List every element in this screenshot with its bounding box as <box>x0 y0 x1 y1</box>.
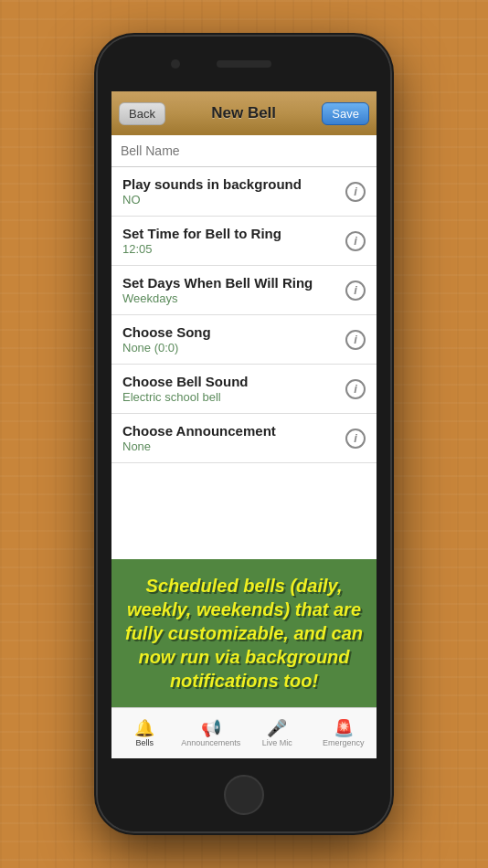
set-days-value: Weekdays <box>122 291 313 305</box>
choose-announcement-title: Choose Announcement <box>122 423 276 439</box>
set-days-content: Set Days When Bell Will Ring Weekdays <box>122 275 313 305</box>
choose-song-content: Choose Song None (0:0) <box>122 324 211 355</box>
play-sounds-item[interactable]: Play sounds in background NO i <box>111 167 377 217</box>
back-button[interactable]: Back <box>119 102 165 125</box>
emergency-tab-icon: 🚨 <box>334 720 354 736</box>
choose-bell-sound-content: Choose Bell Sound Electric school bell <box>122 374 249 404</box>
live-mic-tab-label: Live Mic <box>262 738 292 747</box>
bell-tab-label: Bells <box>135 738 154 747</box>
tab-emergency[interactable]: 🚨 Emergency <box>311 708 377 758</box>
choose-song-item[interactable]: Choose Song None (0:0) i <box>111 315 377 365</box>
promo-banner: Scheduled bells (daily, weekly, weekends… <box>111 559 377 707</box>
play-sounds-content: Play sounds in background NO <box>122 176 302 206</box>
phone-top <box>98 37 390 91</box>
bell-tab-icon: 🔔 <box>134 720 154 736</box>
save-button[interactable]: Save <box>322 102 369 125</box>
emergency-tab-label: Emergency <box>323 738 365 747</box>
bell-name-input[interactable] <box>121 143 367 158</box>
set-days-info-icon[interactable]: i <box>345 281 366 301</box>
set-time-title: Set Time for Bell to Ring <box>122 226 281 241</box>
choose-announcement-content: Choose Announcement None <box>122 423 276 453</box>
choose-bell-sound-info-icon[interactable]: i <box>345 379 366 399</box>
choose-announcement-value: None <box>122 439 276 453</box>
set-days-item[interactable]: Set Days When Bell Will Ring Weekdays i <box>111 266 377 315</box>
choose-bell-sound-value: Electric school bell <box>122 390 249 404</box>
tab-announcements[interactable]: 📢 Announcements <box>178 708 245 758</box>
speaker <box>217 60 271 68</box>
set-days-title: Set Days When Bell Will Ring <box>122 275 313 291</box>
choose-bell-sound-title: Choose Bell Sound <box>122 374 249 389</box>
tab-bells[interactable]: 🔔 Bells <box>111 708 178 758</box>
set-time-item[interactable]: Set Time for Bell to Ring 12:05 i <box>111 217 377 266</box>
nav-bar: Back New Bell Save <box>111 91 377 135</box>
phone-bottom <box>98 758 390 831</box>
choose-announcement-info-icon[interactable]: i <box>345 429 366 449</box>
settings-list: Play sounds in background NO i Set Time … <box>111 167 377 559</box>
announcements-tab-label: Announcements <box>181 738 240 747</box>
camera <box>171 59 180 69</box>
set-time-value: 12:05 <box>122 242 281 256</box>
live-mic-tab-icon: 🎤 <box>267 720 287 736</box>
set-time-content: Set Time for Bell to Ring 12:05 <box>122 226 281 256</box>
tab-live-mic[interactable]: 🎤 Live Mic <box>244 708 311 758</box>
choose-song-title: Choose Song <box>122 324 211 340</box>
tab-bar: 🔔 Bells 📢 Announcements 🎤 Live Mic 🚨 Eme… <box>111 707 377 758</box>
choose-song-value: None (0:0) <box>122 341 211 355</box>
phone-shell: Back New Bell Save Play sounds in backgr… <box>98 37 390 831</box>
bell-name-field[interactable] <box>111 135 377 167</box>
home-button[interactable] <box>224 775 264 815</box>
set-time-info-icon[interactable]: i <box>345 231 366 251</box>
play-sounds-title: Play sounds in background <box>122 176 302 192</box>
choose-bell-sound-item[interactable]: Choose Bell Sound Electric school bell i <box>111 365 377 414</box>
choose-song-info-icon[interactable]: i <box>345 330 366 350</box>
play-sounds-info-icon[interactable]: i <box>345 182 366 202</box>
choose-announcement-item[interactable]: Choose Announcement None i <box>111 414 377 463</box>
play-sounds-value: NO <box>122 193 302 206</box>
promo-text: Scheduled bells (daily, weekly, weekends… <box>125 576 363 691</box>
phone-screen: Back New Bell Save Play sounds in backgr… <box>111 91 377 758</box>
announcements-tab-icon: 📢 <box>201 720 221 736</box>
nav-title: New Bell <box>211 104 276 122</box>
